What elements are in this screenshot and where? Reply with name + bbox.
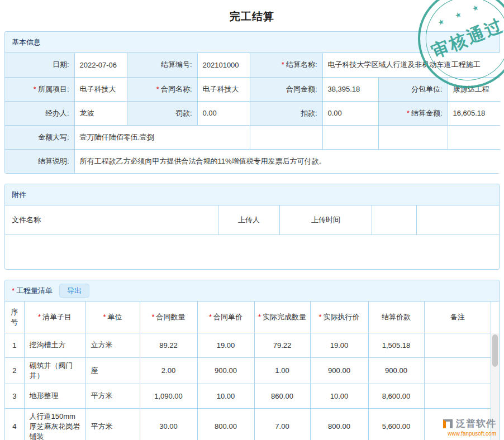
cell-seq: 1 xyxy=(5,333,24,357)
basic-info-title: 基本信息 xyxy=(12,37,41,47)
basic-info-header: 基本信息 xyxy=(5,32,499,53)
cell-remark xyxy=(424,384,491,408)
label-text: 合同单价 xyxy=(213,313,243,321)
cell-actual-qty: 79.22 xyxy=(254,333,310,357)
quantity-list-title: *工程量清单 xyxy=(12,286,53,296)
cell-actual-qty: 7.00 xyxy=(254,408,310,440)
col-file-name: 文件名称 xyxy=(5,205,218,235)
label-text: 结算金额: xyxy=(411,109,443,117)
empty-cell xyxy=(322,125,378,149)
required-marker: * xyxy=(407,109,410,117)
project-value: 电子科技大 xyxy=(74,77,127,101)
export-button[interactable]: 导出 xyxy=(59,284,89,298)
label-text: 日期: xyxy=(53,60,69,69)
label-text: 扣款: xyxy=(301,109,317,117)
cell-contract-price: 10.00 xyxy=(197,384,254,408)
col-empty xyxy=(372,205,417,235)
subcontractor-value: 康源达工程 xyxy=(448,77,500,101)
attachments-table-header: 文件名称 上传人 上传时间 xyxy=(5,205,499,235)
col-empty xyxy=(417,205,499,235)
table-header-row: 序号 *清单子目 *单位 *合同数量 *合同单价 *实际完成数量 *实际执行价 … xyxy=(5,302,491,333)
required-marker: * xyxy=(258,313,261,321)
cell-contract-qty: 1,090.00 xyxy=(140,384,197,408)
label-text: 实际完成数量 xyxy=(263,313,306,321)
quantity-list-panel: *工程量清单 导出 序号 *清单子目 *单位 *合同数量 *合同单价 *实际完成… xyxy=(4,280,500,440)
date-value: 2022-07-06 xyxy=(74,53,127,77)
cell-item: 人行道150mm厚芝麻灰花岗岩铺装 xyxy=(24,408,85,440)
required-marker: * xyxy=(38,313,41,321)
cell-settle-amount: 900.00 xyxy=(368,357,424,384)
empty-cell xyxy=(378,125,448,149)
label-text: 结算名称: xyxy=(286,60,317,69)
contract-name-label: *合同名称: xyxy=(127,77,197,101)
cell-seq: 3 xyxy=(5,384,24,408)
col-uploader: 上传人 xyxy=(218,205,280,235)
cell-actual-price: 800.00 xyxy=(310,408,368,440)
cell-unit: 平方米 xyxy=(85,384,140,408)
label-text: 结算说明: xyxy=(38,157,69,165)
label-text: 所属项目: xyxy=(38,85,69,93)
amount-words-label: 金额大写: xyxy=(5,125,74,149)
cell-contract-price: 19.00 xyxy=(197,333,254,357)
brand-name: 泛普软件 xyxy=(456,417,496,430)
brand-watermark: 泛普软件 www.fanpusoft.com xyxy=(443,417,496,437)
label-text: 合同金额: xyxy=(286,85,317,93)
label-text: 实际执行价 xyxy=(324,313,360,321)
table-row: 经办人: 龙波 罚款: 0.00 扣款: 0.00 *结算金额: 16,605.… xyxy=(5,101,500,125)
settlement-note-label: 结算说明: xyxy=(5,149,74,173)
attachments-panel: 附件 文件名称 上传人 上传时间 xyxy=(4,184,500,270)
contract-name-value: 电子科技大 xyxy=(197,77,250,101)
cell-actual-price: 19.00 xyxy=(310,333,368,357)
cell-actual-qty: 1.00 xyxy=(254,357,310,384)
col-item: *清单子目 xyxy=(24,302,85,333)
col-unit: *单位 xyxy=(85,302,140,333)
attachments-title: 附件 xyxy=(12,190,26,200)
label-text: 单位 xyxy=(108,313,122,321)
quantity-table-wrap: 序号 *清单子目 *单位 *合同数量 *合同单价 *实际完成数量 *实际执行价 … xyxy=(5,302,499,440)
required-marker: * xyxy=(156,85,159,93)
settlement-no-label: 结算编号: xyxy=(127,53,197,77)
project-label: *所属项目: xyxy=(5,77,74,101)
required-marker: * xyxy=(34,85,36,93)
label-text: 分包单位: xyxy=(411,85,443,93)
cell-remark xyxy=(424,357,491,384)
cell-item: 地形整理 xyxy=(24,384,85,408)
label-text: 罚款: xyxy=(175,109,192,117)
scrollbar-thumb[interactable] xyxy=(492,334,498,367)
table-row: 结算说明: 所有工程款乙方必须向甲方提供合法合规的11%增值税专用发票后方可付款… xyxy=(5,149,500,173)
required-marker: * xyxy=(12,286,15,295)
cell-seq: 2 xyxy=(5,357,24,384)
required-marker: * xyxy=(103,313,106,321)
cell-actual-price: 900.00 xyxy=(310,357,368,384)
col-seq: 序号 xyxy=(5,302,24,333)
label-text: 合同数量 xyxy=(156,313,186,321)
col-upload-time: 上传时间 xyxy=(280,205,372,235)
label-text: 金额大写: xyxy=(38,133,69,141)
col-remark: 备注 xyxy=(424,302,491,333)
brand-url: www.fanpusoft.com xyxy=(443,431,496,437)
table-row: *所属项目: 电子科技大 *合同名称: 电子科技大 合同金额: 38,395.1… xyxy=(5,77,500,101)
amount-words-value: 壹万陆仟陆佰零伍.壹捌 xyxy=(74,125,250,149)
label-text: 经办人: xyxy=(45,109,69,117)
required-marker: * xyxy=(282,60,284,69)
label-text: 清单子目 xyxy=(42,313,72,321)
label-text: 结算编号: xyxy=(161,60,192,69)
basic-info-panel: 基本信息 日期: 2022-07-06 结算编号: 202101000 *结算名… xyxy=(4,31,500,174)
col-actual-price: *实际执行价 xyxy=(310,302,368,333)
contract-amount-value: 38,395.18 xyxy=(322,77,378,101)
cell-contract-price: 900.00 xyxy=(197,357,254,384)
required-marker: * xyxy=(318,313,321,321)
handler-label: 经办人: xyxy=(5,101,74,125)
col-settle-amount: 结算价款 xyxy=(368,302,424,333)
cell-contract-qty: 30.00 xyxy=(140,408,197,440)
cell-remark xyxy=(424,333,491,357)
table-row: 日期: 2022-07-06 结算编号: 202101000 *结算名称: 电子… xyxy=(5,53,500,77)
required-marker: * xyxy=(151,313,154,321)
settlement-page: 完工结算 ★ ★ ★ 审核通过 基本信息 日期: 2022-07-06 结算编号… xyxy=(0,0,504,440)
table-row: 1 挖沟槽土方 立方米 89.22 19.00 79.22 19.00 1,50… xyxy=(5,333,491,357)
settlement-amount-label: *结算金额: xyxy=(378,101,448,125)
required-marker: * xyxy=(209,313,212,321)
date-label: 日期: xyxy=(5,53,74,77)
settlement-no-value: 202101000 xyxy=(197,53,250,77)
subcontractor-label: 分包单位: xyxy=(378,77,448,101)
